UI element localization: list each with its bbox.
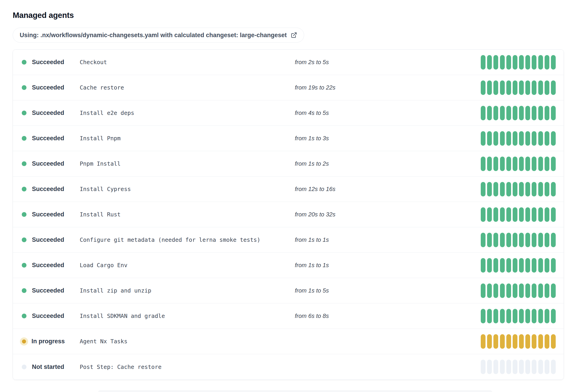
agent-usage-bar xyxy=(545,182,549,196)
agent-usage-bar xyxy=(532,207,537,222)
agent-usage-bar xyxy=(493,182,498,196)
step-name: Install SDKMAN and gradle xyxy=(80,313,295,319)
agent-usage-bar xyxy=(506,55,511,70)
agent-step-row[interactable]: Succeeded Install Cypress from 12s to 16… xyxy=(13,177,564,202)
agent-usage-bar xyxy=(493,157,498,171)
next-section-stub xyxy=(98,390,492,392)
agent-step-row[interactable]: Succeeded Load Cargo Env from 1s to 1s xyxy=(13,253,564,278)
step-name: Checkout xyxy=(80,59,295,65)
status-dot-icon xyxy=(22,288,27,293)
agent-usage-bar xyxy=(500,283,505,298)
agent-usage-bar xyxy=(493,283,498,298)
agent-usage-bar xyxy=(500,309,505,323)
agent-step-row[interactable]: Succeeded Install e2e deps from 4s to 5s xyxy=(13,100,564,126)
status-cell: Succeeded xyxy=(22,135,80,142)
agent-usage-bar xyxy=(519,106,524,120)
agent-usage-bar xyxy=(532,55,537,70)
agent-usage-bar xyxy=(506,106,511,120)
agent-usage-bar xyxy=(532,258,537,273)
agent-usage-bar xyxy=(525,359,530,374)
agent-step-row[interactable]: Succeeded Install SDKMAN and gradle from… xyxy=(13,303,564,329)
agent-usage-bar xyxy=(538,106,543,120)
status-dot-icon xyxy=(22,111,27,115)
agent-usage-bar xyxy=(525,157,530,171)
agent-step-row[interactable]: Succeeded Install Pnpm from 1s to 3s xyxy=(13,126,564,151)
agent-usage-bar xyxy=(493,359,498,374)
agent-usage-bar xyxy=(513,157,517,171)
agent-usage-bar xyxy=(506,131,511,146)
workflow-changeset-link[interactable]: Using: .nx/workflows/dynamic-changesets.… xyxy=(13,28,304,43)
status-cell: Succeeded xyxy=(22,109,80,116)
agent-usage-bar xyxy=(545,157,549,171)
step-name: Agent Nx Tasks xyxy=(80,338,295,345)
agent-usage-bar xyxy=(538,207,543,222)
status-dot-icon xyxy=(22,187,27,192)
agent-usage-bar xyxy=(493,55,498,70)
agent-step-row[interactable]: Succeeded Install zip and unzip from 1s … xyxy=(13,278,564,303)
agent-usage-bar xyxy=(506,81,511,95)
agent-step-row[interactable]: Succeeded Configure git metadata (needed… xyxy=(13,227,564,253)
agent-usage-bar xyxy=(519,233,524,247)
step-name: Install Rust xyxy=(80,211,295,218)
agent-usage-bar xyxy=(519,283,524,298)
agent-usage-bar xyxy=(481,131,486,146)
agent-usage-bar xyxy=(481,207,486,222)
agent-step-row[interactable]: Succeeded Checkout from 2s to 5s xyxy=(13,50,564,75)
agent-usage-bar xyxy=(551,233,556,247)
step-duration: from 1s to 1s xyxy=(295,262,481,269)
agent-usage-bar xyxy=(519,334,524,349)
step-duration: from 1s to 3s xyxy=(295,135,481,142)
agent-usage-bar xyxy=(525,131,530,146)
agent-usage-bar xyxy=(506,233,511,247)
agent-usage-bar xyxy=(545,106,549,120)
agent-usage-bar xyxy=(481,81,486,95)
status-dot-icon xyxy=(22,340,26,343)
agent-usage-bar xyxy=(500,182,505,196)
agent-usage-bar xyxy=(487,131,492,146)
agent-usage-bar xyxy=(481,283,486,298)
agent-usage-bar xyxy=(513,182,517,196)
agent-usage-bar xyxy=(481,182,486,196)
agent-usage-bar xyxy=(481,55,486,70)
agent-usage-bar xyxy=(500,258,505,273)
agent-usage-bar xyxy=(500,131,505,146)
agent-usage-bar xyxy=(551,55,556,70)
agent-usage-bar xyxy=(513,283,517,298)
agent-step-row[interactable]: Succeeded Cache restore from 19s to 22s xyxy=(13,75,564,100)
agent-usage-bar xyxy=(525,309,530,323)
step-duration: from 19s to 22s xyxy=(295,84,481,91)
status-dot-icon xyxy=(22,365,27,369)
agent-usage-bar xyxy=(513,309,517,323)
agent-usage-bar xyxy=(481,334,486,349)
agent-step-row[interactable]: In progress Agent Nx Tasks xyxy=(13,329,564,354)
agent-usage-bar xyxy=(538,81,543,95)
agent-usage-bar xyxy=(493,258,498,273)
status-dot-icon xyxy=(22,161,27,166)
agent-usage-bar xyxy=(525,55,530,70)
agent-bars xyxy=(481,182,556,196)
agent-usage-bar xyxy=(538,359,543,374)
status-label: Succeeded xyxy=(32,160,64,167)
agent-usage-bar xyxy=(481,233,486,247)
agent-usage-bar xyxy=(481,359,486,374)
agent-usage-bar xyxy=(513,334,517,349)
agent-usage-bar xyxy=(545,131,549,146)
agent-step-row[interactable]: Succeeded Install Rust from 20s to 32s xyxy=(13,202,564,227)
agent-usage-bar xyxy=(487,359,492,374)
agent-usage-bar xyxy=(513,258,517,273)
agent-usage-bar xyxy=(525,106,530,120)
agent-step-row[interactable]: Succeeded Pnpm Install from 1s to 2s xyxy=(13,151,564,177)
agent-usage-bar xyxy=(551,258,556,273)
step-name: Configure git metadata (needed for lerna… xyxy=(80,237,295,243)
agent-usage-bar xyxy=(506,157,511,171)
agent-usage-bar xyxy=(493,106,498,120)
agent-usage-bar xyxy=(532,233,537,247)
agent-usage-bar xyxy=(493,334,498,349)
agent-usage-bar xyxy=(513,131,517,146)
agent-usage-bar xyxy=(525,182,530,196)
agent-step-row[interactable]: Not started Post Step: Cache restore xyxy=(13,354,564,379)
agent-usage-bar xyxy=(532,131,537,146)
status-dot-icon xyxy=(22,212,27,217)
agent-usage-bar xyxy=(545,55,549,70)
status-label: Succeeded xyxy=(32,312,64,320)
